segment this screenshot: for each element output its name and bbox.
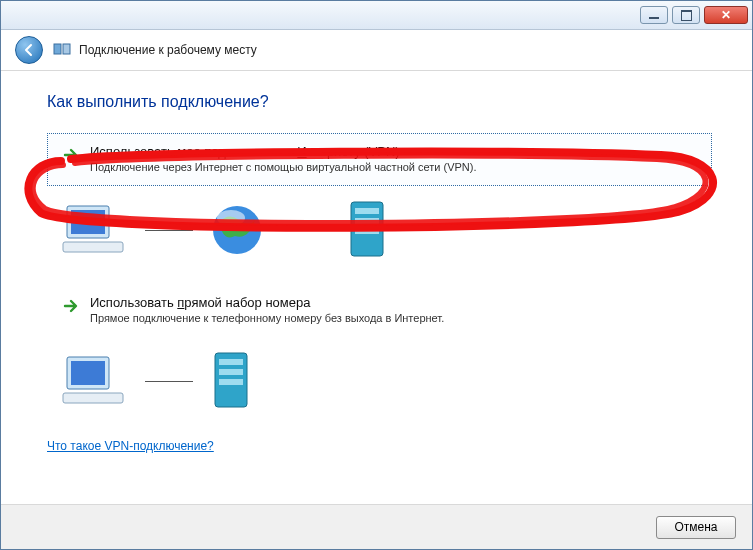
- svg-rect-8: [355, 208, 379, 214]
- wizard-question: Как выполнить подключение?: [47, 93, 712, 111]
- server-icon: [209, 351, 253, 411]
- globe-icon: [209, 202, 265, 258]
- dialup-diagram: [59, 351, 712, 411]
- window-maximize-button[interactable]: [672, 6, 700, 24]
- svg-rect-13: [63, 393, 123, 403]
- option-vpn-title: Использовать мое подключение к Интернету…: [90, 144, 477, 159]
- option-dialup-title: Использовать прямой набор номера: [90, 295, 444, 310]
- computer-icon: [59, 202, 129, 258]
- svg-rect-12: [71, 361, 105, 385]
- workplace-icon: [53, 41, 71, 59]
- wizard-window: ✕ Подключение к рабочему месту Как выпол…: [0, 0, 753, 550]
- svg-rect-16: [219, 369, 243, 375]
- svg-rect-0: [54, 44, 61, 54]
- option-dialup-desc: Прямое подключение к телефонному номеру …: [90, 312, 444, 324]
- connection-line-icon: [145, 230, 193, 231]
- wizard-body: Как выполнить подключение? Использовать …: [1, 71, 752, 491]
- window-close-button[interactable]: ✕: [704, 6, 748, 24]
- option-vpn[interactable]: Использовать мое подключение к Интернету…: [47, 133, 712, 186]
- back-arrow-icon: [22, 43, 36, 57]
- option-dialup[interactable]: Использовать прямой набор номера Прямое …: [47, 284, 712, 337]
- connection-line-icon: [145, 381, 193, 382]
- wizard-title: Подключение к рабочему месту: [79, 43, 257, 57]
- cancel-button[interactable]: Отмена: [656, 516, 736, 539]
- arrow-right-icon: [62, 146, 80, 164]
- svg-point-6: [217, 210, 245, 226]
- arrow-right-icon: [62, 297, 80, 315]
- svg-rect-1: [63, 44, 70, 54]
- titlebar: ✕: [1, 1, 752, 30]
- svg-rect-15: [219, 359, 243, 365]
- wizard-footer: Отмена: [1, 504, 752, 549]
- computer-icon: [59, 353, 129, 409]
- option-vpn-desc: Подключение через Интернет с помощью вир…: [90, 161, 477, 173]
- window-minimize-button[interactable]: [640, 6, 668, 24]
- svg-rect-9: [355, 218, 379, 224]
- svg-rect-3: [71, 210, 105, 234]
- svg-rect-17: [219, 379, 243, 385]
- help-link-vpn[interactable]: Что такое VPN-подключение?: [47, 439, 214, 453]
- wizard-header: Подключение к рабочему месту: [1, 30, 752, 71]
- close-icon: ✕: [721, 9, 731, 21]
- svg-rect-10: [355, 228, 379, 234]
- back-button[interactable]: [15, 36, 43, 64]
- vpn-diagram: [59, 200, 712, 260]
- connection-line-icon: [281, 230, 329, 231]
- server-icon: [345, 200, 389, 260]
- svg-rect-4: [63, 242, 123, 252]
